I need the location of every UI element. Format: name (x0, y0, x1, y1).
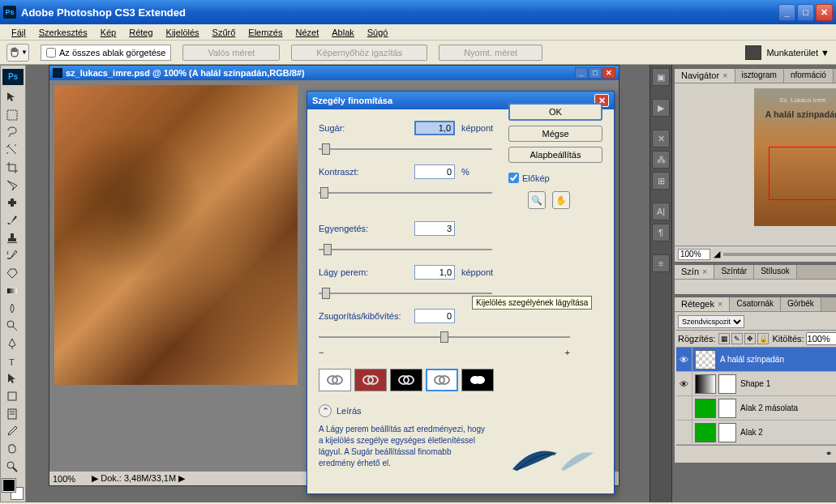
dock-expand-icon[interactable]: ▣ (652, 68, 670, 86)
layer-visibility-icon[interactable] (676, 396, 692, 420)
minimize-button[interactable]: _ (778, 4, 795, 21)
navigator-zoom-slider[interactable] (723, 253, 836, 256)
layer-visibility-icon[interactable]: 👁 (676, 348, 692, 371)
layer-row[interactable]: 👁Shape 1 (676, 372, 836, 396)
wand-tool[interactable] (2, 142, 22, 159)
dock-play-icon[interactable]: ▶ (652, 99, 670, 117)
feather-slider[interactable] (319, 286, 492, 301)
menu-view[interactable]: Nézet (291, 26, 324, 39)
notes-tool[interactable] (2, 405, 22, 422)
pen-tool[interactable] (2, 335, 22, 352)
description-toggle[interactable]: ⌃ Leírás (319, 404, 602, 417)
menu-help[interactable]: Súgó (362, 26, 393, 39)
tab-color[interactable]: Szín× (675, 265, 714, 279)
preview-mode-black[interactable] (390, 369, 422, 391)
dock-tools-icon[interactable]: ✕ (652, 130, 670, 147)
zoom-tool[interactable] (2, 458, 22, 475)
scroll-all-windows-checkbox[interactable]: Az összes ablak görgetése (41, 45, 171, 61)
layer-mask-thumbnail[interactable] (718, 374, 736, 394)
doc-close-button[interactable]: ✕ (602, 67, 615, 79)
heal-tool[interactable] (2, 194, 22, 211)
layer-mask-thumbnail[interactable] (718, 399, 736, 418)
layer-name[interactable]: Alak 2 másolata (739, 404, 836, 412)
layer-visibility-icon[interactable]: 👁 (676, 372, 692, 395)
menu-filter[interactable]: Szűrő (208, 26, 241, 39)
cancel-button[interactable]: Mégse (508, 126, 602, 142)
layer-visibility-icon[interactable] (676, 421, 692, 444)
dock-layers-icon[interactable]: ≡ (652, 254, 670, 272)
type-tool[interactable]: T (2, 352, 22, 369)
hand-tool-indicator[interactable]: ▼ (6, 44, 29, 62)
layer-mask-thumbnail[interactable] (718, 423, 736, 442)
ok-button[interactable]: OK (508, 103, 602, 121)
hand-tool[interactable] (2, 441, 22, 458)
gradient-tool[interactable] (2, 282, 22, 299)
close-button[interactable]: ✕ (816, 4, 833, 21)
layer-row[interactable]: Alak 2 (676, 421, 836, 445)
blur-tool[interactable] (2, 300, 22, 317)
contrast-slider[interactable] (319, 186, 492, 200)
layer-name[interactable]: A halál színpadán (718, 355, 836, 364)
print-size-button[interactable]: Nyomt. méret (439, 45, 542, 61)
maximize-button[interactable]: □ (797, 4, 814, 21)
actual-pixels-button[interactable]: Valós méret (182, 45, 280, 61)
stamp-tool[interactable] (2, 229, 22, 246)
zoom-level[interactable]: 100% (53, 474, 75, 484)
move-tool[interactable] (2, 89, 22, 106)
preview-mode-quickmask[interactable] (354, 369, 387, 391)
tab-layers[interactable]: Rétegek× (675, 297, 730, 311)
doc-minimize-button[interactable]: _ (575, 67, 588, 79)
smooth-input[interactable] (414, 221, 455, 236)
radius-input[interactable] (414, 121, 455, 135)
expand-input[interactable] (414, 309, 455, 323)
foreground-color[interactable] (2, 479, 15, 492)
layer-thumbnail[interactable] (695, 374, 716, 394)
slice-tool[interactable] (2, 177, 22, 194)
dock-character-icon[interactable]: A| (652, 203, 670, 220)
preview-mode-mask[interactable] (461, 369, 494, 391)
tab-swatches[interactable]: Színtár (714, 265, 754, 279)
tab-channels[interactable]: Csatornák (730, 297, 781, 311)
dock-brush-icon[interactable]: ⁂ (652, 151, 670, 169)
hand-tool-button[interactable]: ✋ (552, 191, 570, 209)
link-layers-icon[interactable]: ⚭ (822, 448, 835, 459)
contrast-input[interactable] (414, 164, 455, 179)
menu-file[interactable]: Fájl (6, 26, 31, 39)
navigator-preview[interactable]: Sz. Lukács Imre A halál színpadán (754, 88, 836, 226)
menu-layer[interactable]: Réteg (124, 26, 157, 39)
lock-transparency-icon[interactable]: ▦ (718, 333, 730, 344)
smooth-slider[interactable] (319, 242, 492, 257)
crop-tool[interactable] (2, 160, 22, 177)
menu-edit[interactable]: Szerkesztés (34, 26, 92, 39)
canvas[interactable] (54, 85, 298, 385)
expand-slider[interactable] (319, 330, 570, 344)
preview-mode-standard[interactable] (319, 369, 351, 391)
lock-move-icon[interactable]: ✥ (744, 333, 756, 344)
lasso-tool[interactable] (2, 124, 22, 141)
bridge-icon[interactable] (745, 45, 761, 60)
tab-styles[interactable]: Stílusok (754, 265, 797, 279)
eyedropper-tool[interactable] (2, 423, 22, 440)
blend-mode-select[interactable]: Szendvicspozitív (678, 315, 744, 328)
navigator-viewport-box[interactable] (769, 147, 836, 200)
tab-info[interactable]: nformáció (784, 69, 834, 83)
brush-tool[interactable] (2, 212, 22, 229)
layer-thumbnail[interactable] (695, 399, 716, 418)
radius-slider[interactable] (319, 142, 492, 156)
layer-thumbnail[interactable] (695, 423, 716, 442)
menu-select[interactable]: Kijelölés (161, 26, 204, 39)
eraser-tool[interactable] (2, 265, 22, 282)
preview-checkbox[interactable]: Előkép (508, 173, 602, 183)
layer-name[interactable]: Shape 1 (739, 379, 836, 388)
tab-navigator[interactable]: Navigátor× (675, 69, 735, 83)
feather-input[interactable] (414, 265, 455, 280)
workspace-dropdown[interactable]: Munkaterület ▼ (766, 48, 830, 58)
zoom-tool-button[interactable]: 🔍 (528, 191, 546, 209)
shape-tool[interactable] (2, 388, 22, 405)
lock-all-icon[interactable]: 🔒 (757, 333, 769, 344)
dodge-tool[interactable] (2, 318, 22, 335)
layer-row[interactable]: Alak 2 másolatafx (676, 396, 836, 421)
default-button[interactable]: Alapbeállítás (508, 147, 602, 163)
preview-mode-white[interactable] (426, 369, 458, 391)
zoom-out-icon[interactable]: ◢ (714, 249, 720, 259)
